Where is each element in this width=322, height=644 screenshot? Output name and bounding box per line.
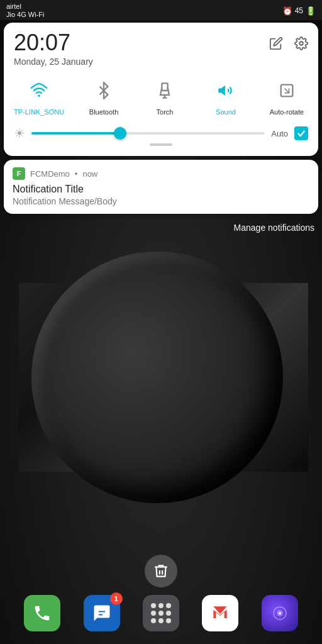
toggle-autorotate[interactable]: Auto-rotate xyxy=(265,77,308,116)
battery-icon: 🔋 xyxy=(306,6,316,16)
brightness-row: ☀ Auto xyxy=(14,126,308,141)
settings-icon[interactable] xyxy=(294,36,308,53)
auto-label: Auto xyxy=(271,129,288,138)
toggle-wifi[interactable]: TP-LINK_SONU xyxy=(14,77,64,116)
autorotate-label: Auto-rotate xyxy=(270,108,304,116)
auto-checkbox[interactable] xyxy=(294,126,308,140)
dock-apps[interactable] xyxy=(143,595,179,631)
toggle-sound[interactable]: Sound xyxy=(204,77,247,116)
sound-label: Sound xyxy=(216,108,236,116)
toggle-bluetooth[interactable]: Bluetooth xyxy=(82,77,125,116)
brightness-icon: ☀ xyxy=(14,126,25,141)
svg-rect-2 xyxy=(162,83,167,91)
brightness-thumb xyxy=(114,127,126,140)
sound-icon-wrap xyxy=(212,77,240,104)
toggle-torch[interactable]: Torch xyxy=(143,77,186,116)
notification-body: Notification Message/Body xyxy=(13,196,309,206)
carrier-info: airtel Jio 4G Wi-Fi xyxy=(6,3,45,19)
alarm-icon: ⏰ xyxy=(282,6,292,16)
brightness-slider[interactable] xyxy=(31,127,265,140)
bluetooth-icon-wrap xyxy=(90,77,118,104)
edit-icon[interactable] xyxy=(269,36,283,53)
app-name: FCMDemo xyxy=(30,169,70,179)
wifi-icon-wrap xyxy=(25,77,53,104)
autorotate-icon-wrap xyxy=(273,77,301,104)
date-display: Monday, 25 January xyxy=(14,57,93,67)
time-display: 20:07 xyxy=(14,31,93,54)
dock-gmail[interactable] xyxy=(202,595,238,631)
torch-icon-wrap xyxy=(151,77,179,104)
quick-settings-panel: 20:07 Monday, 25 January xyxy=(4,23,318,156)
app-icon: F xyxy=(13,167,25,180)
status-icons: ⏰ 45 🔋 xyxy=(282,6,316,16)
drag-handle xyxy=(150,143,172,146)
panel-header: 20:07 Monday, 25 January xyxy=(14,31,308,67)
battery-level: 45 xyxy=(295,6,303,15)
apps-grid-icon xyxy=(145,597,177,630)
wifi-label: TP-LINK_SONU xyxy=(14,108,64,116)
dock-phone[interactable] xyxy=(24,595,60,631)
manage-notifications[interactable]: Manage notifications xyxy=(0,218,322,238)
brightness-fill xyxy=(31,132,120,135)
dock-messages[interactable]: 1 xyxy=(84,595,120,631)
torch-label: Torch xyxy=(157,108,174,116)
dot-separator: • xyxy=(75,169,78,179)
toggles-row: TP-LINK_SONU Bluetooth Torch xyxy=(14,77,308,116)
notification-time: now xyxy=(82,169,97,179)
dock: 1 xyxy=(0,590,322,636)
brightness-track xyxy=(31,132,265,135)
notification-title: Notification Title xyxy=(13,184,309,195)
svg-marker-5 xyxy=(218,86,225,96)
svg-point-1 xyxy=(38,94,40,97)
delete-button[interactable] xyxy=(145,555,177,587)
bluetooth-label: Bluetooth xyxy=(89,108,118,116)
carrier2: Jio 4G Wi-Fi xyxy=(6,11,45,19)
messages-badge: 1 xyxy=(110,592,123,605)
carrier1: airtel xyxy=(6,3,45,11)
status-bar: airtel Jio 4G Wi-Fi ⏰ 45 🔋 xyxy=(0,0,322,20)
time-block: 20:07 Monday, 25 January xyxy=(14,31,93,67)
dock-circle-app[interactable] xyxy=(262,595,298,631)
panel-header-icons xyxy=(269,31,308,53)
svg-point-11 xyxy=(279,612,281,614)
svg-point-0 xyxy=(299,42,303,45)
notification-card[interactable]: F FCMDemo • now Notification Title Notif… xyxy=(4,160,318,214)
notification-header: F FCMDemo • now xyxy=(13,167,309,180)
